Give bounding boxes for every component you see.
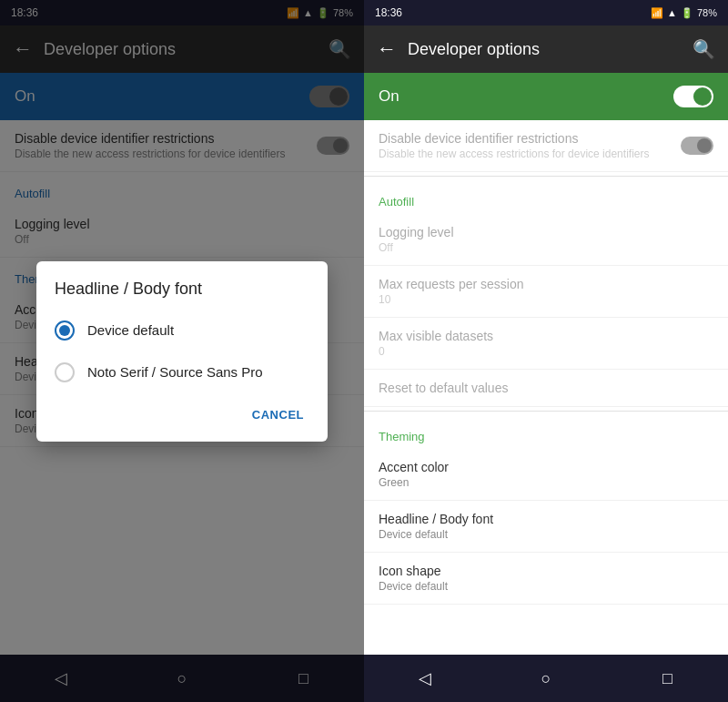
right-max-requests-title: Max requests per session — [379, 277, 713, 291]
right-toggle-thumb — [693, 87, 712, 106]
right-icon-shape-title: Icon shape — [379, 564, 713, 578]
right-panel: 18:36 📶 ▲ 🔋 78% ← Developer options 🔍 On… — [364, 0, 728, 702]
right-nav-recents[interactable]: □ — [649, 660, 685, 697]
right-status-icons: 📶 ▲ 🔋 78% — [651, 7, 717, 19]
right-max-datasets-item[interactable]: Max visible datasets 0 — [364, 318, 728, 370]
right-theming-header: Theming — [364, 415, 728, 449]
dialog-title: Headline / Body font — [36, 261, 328, 310]
right-wifi-icon: ▲ — [667, 7, 677, 18]
dialog-option-1-label: Noto Serif / Source Sans Pro — [87, 364, 263, 380]
right-max-datasets-title: Max visible datasets — [379, 329, 713, 343]
radio-noto-serif[interactable] — [55, 362, 75, 382]
right-headline-subtitle: Device default — [379, 528, 713, 541]
left-panel: 18:36 📶 ▲ 🔋 78% ← Developer options 🔍 On… — [0, 0, 364, 702]
right-divider-2 — [364, 411, 728, 412]
right-battery-icon: 🔋 — [681, 7, 693, 19]
right-on-toggle[interactable] — [673, 86, 713, 107]
right-headline-font-item[interactable]: Headline / Body font Device default — [364, 501, 728, 553]
right-accent-color-item[interactable]: Accent color Green — [364, 449, 728, 501]
right-device-identifier-subtitle: Disable the new access restrictions for … — [379, 148, 681, 160]
right-on-label: On — [379, 87, 399, 106]
dialog-overlay[interactable]: Headline / Body font Device default Noto… — [0, 0, 364, 702]
dialog-option-0[interactable]: Device default — [36, 310, 328, 351]
dialog-actions: CANCEL — [36, 393, 328, 442]
right-reset-title: Reset to default values — [379, 381, 713, 395]
right-max-requests-subtitle: 10 — [379, 293, 713, 306]
dialog-option-1[interactable]: Noto Serif / Source Sans Pro — [36, 351, 328, 393]
right-icon-shape-subtitle: Device default — [379, 580, 713, 593]
right-max-requests-item[interactable]: Max requests per session 10 — [364, 266, 728, 318]
right-search-button[interactable]: 🔍 — [693, 38, 715, 60]
right-device-identifier-item[interactable]: Disable device identifier restrictions D… — [364, 120, 728, 172]
right-settings-list: Disable device identifier restrictions D… — [364, 120, 728, 655]
right-signal-icon: 📶 — [651, 7, 663, 19]
right-autofill-header: Autofill — [364, 180, 728, 214]
right-device-toggle-thumb — [697, 138, 712, 153]
right-status-bar: 18:36 📶 ▲ 🔋 78% — [364, 0, 728, 25]
dialog-cancel-button[interactable]: CANCEL — [243, 401, 313, 429]
right-headline-title: Headline / Body font — [379, 512, 713, 526]
right-bottom-nav: ◁ ○ □ — [364, 655, 728, 702]
right-logging-title: Logging level — [379, 225, 713, 239]
right-logging-item[interactable]: Logging level Off — [364, 214, 728, 266]
right-on-row[interactable]: On — [364, 73, 728, 120]
right-divider-1 — [364, 176, 728, 177]
right-page-title: Developer options — [408, 40, 682, 59]
right-nav-back[interactable]: ◁ — [407, 660, 443, 697]
right-top-bar: ← Developer options 🔍 — [364, 25, 728, 73]
radio-device-default[interactable] — [55, 320, 75, 341]
right-nav-home[interactable]: ○ — [528, 660, 564, 697]
right-device-identifier-title: Disable device identifier restrictions — [379, 131, 681, 146]
right-device-toggle[interactable] — [681, 137, 713, 155]
right-icon-shape-item[interactable]: Icon shape Device default — [364, 553, 728, 605]
right-accent-subtitle: Green — [379, 476, 713, 489]
right-max-datasets-subtitle: 0 — [379, 345, 713, 358]
right-reset-item[interactable]: Reset to default values — [364, 370, 728, 407]
font-dialog: Headline / Body font Device default Noto… — [36, 261, 328, 442]
right-logging-subtitle: Off — [379, 241, 713, 254]
right-battery-pct: 78% — [697, 7, 717, 18]
right-time: 18:36 — [375, 6, 402, 19]
radio-device-default-inner — [59, 325, 70, 336]
right-back-button[interactable]: ← — [377, 37, 397, 61]
dialog-option-0-label: Device default — [87, 322, 174, 338]
right-accent-title: Accent color — [379, 460, 713, 474]
